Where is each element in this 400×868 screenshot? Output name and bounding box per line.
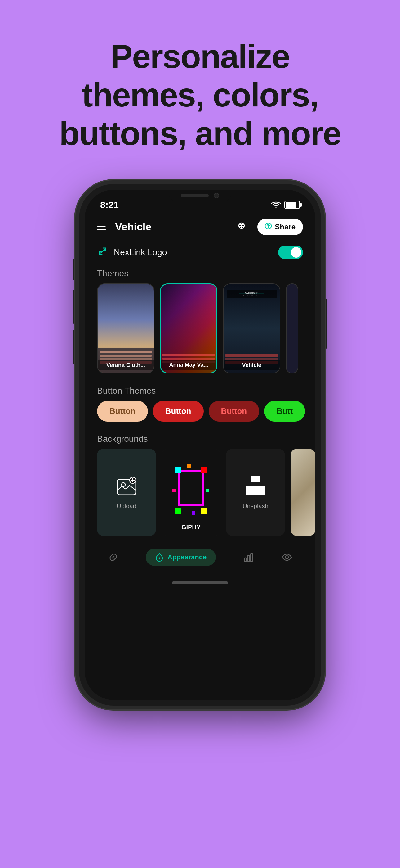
button-themes-row: Button Button Button Butt: [85, 401, 315, 431]
share-label: Share: [275, 223, 296, 231]
hero-text: Personalize themes, colors, buttons, and…: [41, 37, 359, 153]
svg-rect-9: [201, 508, 207, 514]
svg-rect-15: [246, 486, 265, 495]
bg-card-upload[interactable]: Upload: [97, 449, 156, 536]
svg-rect-18: [247, 555, 249, 562]
share-icon: [265, 223, 272, 231]
status-time: 8:21: [100, 199, 119, 210]
side-button-power: [324, 299, 327, 349]
theme-card-2[interactable]: Anna May Va...: [160, 283, 218, 373]
theme-card-4-partial[interactable]: [286, 283, 298, 373]
phone-mockup: 8:21: [79, 184, 321, 706]
backgrounds-section-title: Backgrounds: [85, 431, 315, 449]
notch-speaker: [181, 194, 209, 197]
tab-preview[interactable]: [281, 552, 292, 563]
notch: [169, 190, 231, 202]
button-theme-3[interactable]: Button: [209, 401, 260, 422]
nexlink-icon: [97, 246, 108, 259]
notch-camera: [214, 193, 219, 198]
app-title: Vehicle: [115, 221, 231, 233]
svg-point-16: [159, 557, 160, 559]
side-button-mute: [73, 258, 76, 280]
svg-rect-5: [178, 471, 203, 505]
wifi-icon: [271, 202, 280, 208]
side-button-volume-up: [73, 290, 76, 324]
svg-point-20: [285, 556, 288, 559]
unsplash-icon: [245, 475, 266, 498]
nexlink-row: NexLink Logo: [85, 243, 315, 266]
svg-rect-6: [175, 467, 181, 473]
nexlink-label: NexLink Logo: [114, 247, 278, 257]
tab-stats[interactable]: [243, 552, 254, 563]
tab-appearance-pill[interactable]: Appearance: [146, 549, 216, 566]
phone-outer: 8:21: [79, 184, 321, 706]
svg-rect-10: [187, 464, 191, 468]
upload-icon: [116, 475, 137, 498]
bug-icon[interactable]: [237, 221, 246, 232]
phone-screen: 8:21: [85, 190, 315, 700]
svg-rect-11: [192, 511, 195, 515]
bg-card-giphy-label: GIPHY: [181, 524, 201, 531]
button-theme-1[interactable]: Button: [97, 401, 148, 422]
giphy-art: [169, 461, 213, 523]
status-icons: [271, 201, 300, 209]
tab-link[interactable]: [108, 552, 119, 563]
tab-bar: Appearance: [85, 542, 315, 578]
theme-card-1-label: Verana Cloth...: [98, 360, 154, 370]
hamburger-menu-icon[interactable]: [97, 223, 106, 230]
svg-point-3: [122, 483, 125, 487]
svg-rect-14: [251, 476, 260, 483]
battery-icon: [284, 201, 300, 209]
app-header: Vehicle: [85, 211, 315, 243]
hero-line3: buttons, and more: [59, 115, 341, 152]
tab-appearance-label: Appearance: [167, 553, 206, 561]
svg-rect-8: [175, 508, 181, 514]
nexlink-toggle[interactable]: [278, 246, 303, 259]
themes-row: Verana Cloth...: [85, 283, 315, 383]
theme-card-2-label: Anna May Va...: [161, 360, 216, 370]
bg-card-unsplash-label: Unsplash: [242, 503, 268, 510]
tab-appearance[interactable]: Appearance: [146, 549, 216, 566]
link-tab-icon: [108, 552, 119, 563]
svg-rect-7: [201, 467, 207, 473]
stats-tab-icon: [243, 552, 254, 563]
hero-line2: themes, colors,: [82, 76, 318, 114]
button-theme-4[interactable]: Butt: [264, 401, 305, 422]
theme-card-3-label: Vehicle: [224, 360, 280, 370]
appearance-tab-icon: [155, 553, 164, 562]
home-indicator: [172, 582, 228, 584]
eye-tab-icon: [281, 552, 292, 563]
theme-card-3[interactable]: Cybertruck The Tesla Cybertruck Vehicle: [223, 283, 280, 373]
bg-card-unsplash[interactable]: Unsplash: [226, 449, 285, 536]
bg-card-giphy[interactable]: GIPHY: [162, 449, 221, 536]
button-themes-section-title: Button Themes: [85, 383, 315, 401]
bg-card-marble[interactable]: [291, 449, 315, 536]
svg-rect-13: [206, 489, 209, 492]
bg-card-upload-label: Upload: [116, 503, 136, 510]
theme-card-1[interactable]: Verana Cloth...: [97, 283, 155, 373]
themes-section-title: Themes: [85, 266, 315, 283]
button-theme-2[interactable]: Button: [153, 401, 204, 422]
backgrounds-grid: Upload: [85, 449, 315, 542]
battery-fill: [286, 202, 296, 208]
svg-rect-17: [244, 558, 246, 562]
share-button[interactable]: Share: [257, 219, 303, 235]
side-button-volume-down: [73, 330, 76, 364]
svg-rect-19: [251, 554, 253, 562]
hero-line1: Personalize: [110, 37, 290, 75]
svg-rect-12: [172, 489, 175, 492]
